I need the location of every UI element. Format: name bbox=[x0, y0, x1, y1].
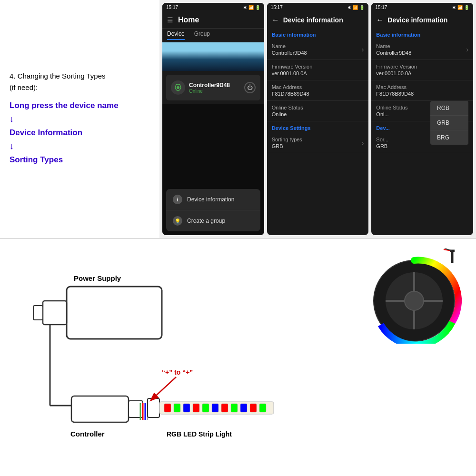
tab-group[interactable]: Group bbox=[194, 30, 210, 40]
phone2-status-icons: ✱📶🔋 bbox=[347, 5, 365, 10]
phone2-settings-section: Device Settings bbox=[267, 121, 369, 133]
arrow-1: ↓ bbox=[10, 114, 150, 124]
phone1-tabs: Device Group bbox=[162, 29, 264, 42]
phone-2-screen: 15:17 ✱📶🔋 ← Device information Basic inf… bbox=[267, 3, 369, 235]
phone3-status-bar: 15:17 ✱📶🔋 bbox=[371, 3, 473, 12]
step-intro: 4. Changing the Sorting Types (if need): bbox=[10, 70, 150, 93]
phone3-sorting-val: GRB bbox=[376, 143, 388, 149]
step-2-label: Device Information bbox=[10, 128, 150, 138]
context-menu-overlay: ℹ Device information 💡 Create a group bbox=[162, 104, 264, 235]
phone3-mac-key: Mac Address bbox=[376, 84, 414, 90]
svg-point-0 bbox=[177, 86, 179, 89]
bottom-half: Power Supply “+” to “+” Controller RGB L… bbox=[0, 239, 476, 476]
phone3-title: Device information bbox=[387, 16, 447, 24]
menu-device-info-label: Device information bbox=[187, 196, 234, 203]
info-icon: ℹ bbox=[173, 195, 182, 204]
hamburger-icon[interactable]: ☰ bbox=[167, 16, 173, 24]
phone2-online-val: Online bbox=[272, 111, 303, 117]
svg-rect-24 bbox=[259, 404, 266, 412]
phone3-basic-section: Basic information bbox=[371, 28, 473, 40]
phone2-firmware-row: Firmware Version ver.0001.00.0A bbox=[267, 60, 369, 80]
phone2-time: 15:17 bbox=[271, 5, 283, 10]
phone3-header: ← Device information bbox=[371, 12, 473, 28]
device-info: Controller9D48 Online bbox=[189, 82, 240, 94]
phone2-name-content: Name Controller9D48 bbox=[272, 43, 307, 56]
phone2-mac-row: Mac Address F81D78B89D48 bbox=[267, 80, 369, 101]
phone2-online-content: Online Status Online bbox=[272, 105, 303, 117]
phone3-online-row: Online Status Onl... RGB GRB BRG bbox=[371, 101, 473, 121]
svg-rect-14 bbox=[164, 404, 171, 412]
phone3-firmware-row: Firmware Version ver.0001.00.0A bbox=[371, 60, 473, 80]
svg-rect-2 bbox=[43, 301, 67, 325]
arrow-2: ↓ bbox=[10, 141, 150, 151]
svg-rect-18 bbox=[202, 404, 209, 412]
phone3-status-icons: ✱📶🔋 bbox=[452, 5, 469, 10]
led-reel-container bbox=[367, 248, 466, 348]
chevron-icon: › bbox=[362, 46, 364, 53]
svg-point-33 bbox=[405, 291, 424, 310]
wiring-diagram-svg: Power Supply “+” to “+” Controller RGB L… bbox=[0, 239, 305, 476]
led-reel-svg bbox=[367, 248, 462, 344]
device-list-item[interactable]: Controller9D48 Online ⏻ bbox=[166, 75, 260, 100]
phone1-title: Home bbox=[178, 16, 199, 24]
phone1-time: 15:17 bbox=[166, 5, 178, 10]
phone3-mac-row: Mac Address F81D78B89D48 bbox=[371, 80, 473, 101]
dropdown-option-grb[interactable]: GRB bbox=[430, 116, 468, 130]
device-online-status: Online bbox=[189, 89, 240, 94]
menu-device-info[interactable]: ℹ Device information bbox=[166, 189, 260, 210]
power-button[interactable]: ⏻ bbox=[244, 82, 256, 93]
phone3-chevron-icon: › bbox=[466, 46, 468, 53]
step-3-label: Sorting Types bbox=[10, 155, 150, 165]
phone3-name-content: Name Controller9D48 bbox=[376, 43, 411, 56]
phone2-sorting-content: Sorting types GRB bbox=[272, 137, 302, 149]
svg-rect-15 bbox=[174, 404, 180, 412]
phone3-sorting-content: Sor... GRB bbox=[376, 137, 388, 149]
phone3-back-arrow-icon[interactable]: ← bbox=[376, 16, 384, 24]
phone3-name-row: Name Controller9D48 › bbox=[371, 40, 473, 60]
phone3-mac-val: F81D78B89D48 bbox=[376, 91, 414, 97]
phone2-sorting-row[interactable]: Sorting types GRB › bbox=[267, 133, 369, 153]
back-arrow-icon[interactable]: ← bbox=[272, 16, 279, 24]
phone2-firmware-content: Firmware Version ver.0001.00.0A bbox=[272, 64, 313, 76]
phone2-title: Device information bbox=[283, 16, 343, 24]
phone2-name-key: Name bbox=[272, 43, 307, 49]
phone2-mac-content: Mac Address F81D78B89D48 bbox=[272, 84, 309, 97]
svg-rect-19 bbox=[212, 404, 218, 412]
svg-rect-21 bbox=[231, 404, 238, 412]
svg-text:RGB LED Strip Light: RGB LED Strip Light bbox=[167, 430, 232, 438]
device-icon bbox=[171, 80, 185, 95]
sorting-dropdown: RGB GRB BRG bbox=[430, 101, 468, 145]
phone2-sorting-key: Sorting types bbox=[272, 137, 302, 142]
svg-rect-22 bbox=[240, 404, 247, 412]
phone2-name-row: Name Controller9D48 › bbox=[267, 40, 369, 60]
group-icon: 💡 bbox=[173, 216, 182, 226]
phone1-header: ☰ Home bbox=[162, 12, 264, 29]
dropdown-option-brg[interactable]: BRG bbox=[430, 130, 468, 145]
phone3-firmware-key: Firmware Version bbox=[376, 64, 417, 69]
phone2-basic-section: Basic information bbox=[267, 28, 369, 40]
menu-create-group-label: Create a group bbox=[187, 218, 225, 224]
menu-create-group[interactable]: 💡 Create a group bbox=[166, 210, 260, 231]
phone2-status-bar: 15:17 ✱📶🔋 bbox=[267, 3, 369, 12]
svg-rect-12 bbox=[148, 398, 159, 417]
phone3-firmware-val: ver.0001.00.0A bbox=[376, 70, 417, 76]
phone1-status-icons: ✱📶🔋 bbox=[243, 5, 260, 10]
svg-rect-20 bbox=[221, 404, 228, 412]
phone2-online-row: Online Status Online bbox=[267, 101, 369, 121]
phone3-time: 15:17 bbox=[375, 5, 387, 10]
context-menu: ℹ Device information 💡 Create a group bbox=[166, 189, 260, 231]
tab-device[interactable]: Device bbox=[167, 30, 185, 40]
phone3-sorting-key: Sor... bbox=[376, 137, 388, 142]
svg-rect-6 bbox=[71, 396, 129, 422]
phone2-mac-val: F81D78B89D48 bbox=[272, 91, 309, 97]
phone3-online-content: Online Status Onl... bbox=[376, 105, 407, 117]
svg-rect-23 bbox=[250, 404, 257, 412]
phone2-online-key: Online Status bbox=[272, 105, 303, 110]
svg-text:“+” to “+”: “+” to “+” bbox=[162, 368, 193, 376]
phone3-name-key: Name bbox=[376, 43, 411, 49]
phone3-name-val: Controller9D48 bbox=[376, 50, 411, 56]
phone3-firmware-content: Firmware Version ver.0001.00.0A bbox=[376, 64, 417, 76]
dropdown-option-rgb[interactable]: RGB bbox=[430, 101, 468, 116]
svg-rect-1 bbox=[67, 287, 162, 339]
svg-text:Power Supply: Power Supply bbox=[74, 274, 121, 282]
